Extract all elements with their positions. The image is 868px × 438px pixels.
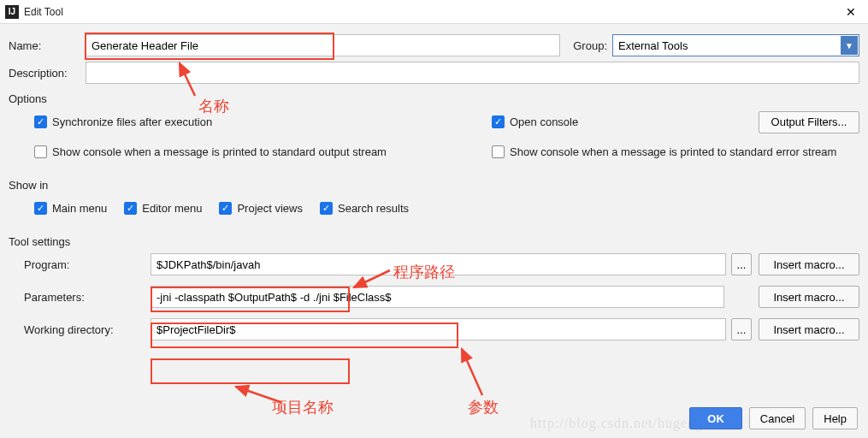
titlebar: IJ Edit Tool ✕ <box>0 0 868 24</box>
open-console-label: Open console <box>510 115 578 128</box>
app-icon: IJ <box>5 5 19 19</box>
anno-project-name: 项目名称 <box>272 397 334 417</box>
tool-settings-title: Tool settings <box>9 235 859 248</box>
stderr-label: Show console when a message is printed t… <box>510 145 836 158</box>
footer: OK Cancel Help <box>689 407 858 429</box>
anno-name: 名称 <box>198 96 229 116</box>
editor-menu-label: Editor menu <box>142 202 202 215</box>
options-title: Options <box>9 92 859 105</box>
close-icon[interactable]: ✕ <box>839 5 863 19</box>
main-menu-label: Main menu <box>52 202 107 215</box>
program-insert-macro-button[interactable]: Insert macro... <box>759 253 859 275</box>
output-filters-button[interactable]: Output Filters... <box>759 111 859 133</box>
search-results-label: Search results <box>338 202 409 215</box>
parameters-insert-macro-button[interactable]: Insert macro... <box>759 286 859 308</box>
open-console-checkbox[interactable] <box>492 115 505 128</box>
sync-checkbox[interactable] <box>34 115 47 128</box>
group-select[interactable] <box>612 34 859 56</box>
description-input[interactable] <box>86 62 859 84</box>
parameters-label: Parameters: <box>24 291 151 304</box>
group-label: Group: <box>560 39 607 52</box>
main-menu-checkbox[interactable] <box>34 202 47 215</box>
workdir-insert-macro-button[interactable]: Insert macro... <box>759 318 859 340</box>
editor-menu-checkbox[interactable] <box>124 202 137 215</box>
help-button[interactable]: Help <box>812 407 858 429</box>
program-browse-button[interactable]: ... <box>731 253 752 275</box>
anno-program-path: 程序路径 <box>393 262 455 282</box>
svg-line-2 <box>462 349 482 395</box>
stdout-label: Show console when a message is printed t… <box>52 145 387 158</box>
anno-parameters: 参数 <box>468 397 499 417</box>
stderr-checkbox[interactable] <box>492 145 505 158</box>
ok-button[interactable]: OK <box>689 407 742 429</box>
search-results-checkbox[interactable] <box>320 202 333 215</box>
chevron-down-icon[interactable]: ▼ <box>841 36 858 55</box>
project-views-label: Project views <box>237 202 303 215</box>
workdir-browse-button[interactable]: ... <box>731 318 752 340</box>
workdir-label: Working directory: <box>24 323 151 336</box>
description-label: Description: <box>9 67 86 80</box>
workdir-input[interactable] <box>151 318 726 340</box>
highlight-workdir <box>151 358 350 384</box>
project-views-checkbox[interactable] <box>219 202 232 215</box>
window-title: Edit Tool <box>24 6 839 18</box>
stdout-checkbox[interactable] <box>34 145 47 158</box>
name-label: Name: <box>9 39 86 52</box>
showin-title: Show in <box>9 179 859 192</box>
cancel-button[interactable]: Cancel <box>749 407 806 429</box>
name-input[interactable] <box>86 34 560 56</box>
program-label: Program: <box>24 258 151 271</box>
parameters-input[interactable] <box>151 286 724 308</box>
sync-label: Synchronize files after execution <box>52 115 212 128</box>
